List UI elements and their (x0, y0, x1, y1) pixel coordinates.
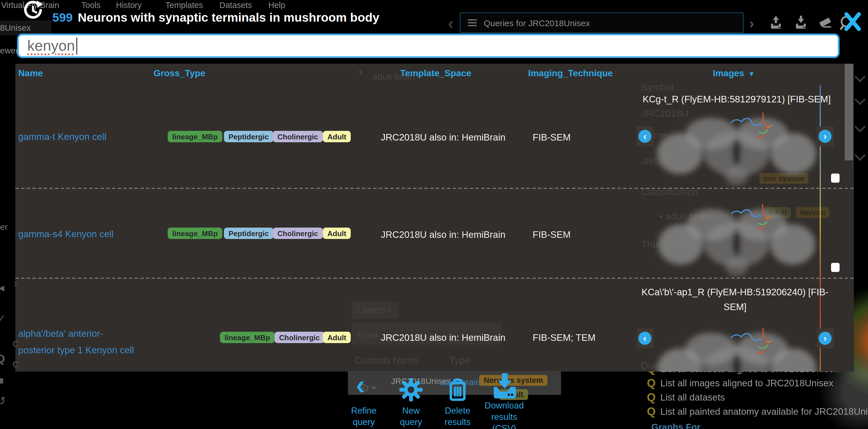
history-icon[interactable] (23, 0, 43, 22)
close-overlay-button[interactable] (839, 11, 863, 33)
result-link[interactable]: alpha'/beta' anterior-posterior type 1 K… (18, 325, 139, 359)
search-value: kenyon (27, 37, 75, 55)
template-name-fragment: 8Unisex (0, 23, 31, 32)
table-scrollbar[interactable] (845, 64, 853, 161)
download-results-button[interactable]: Download results (CSV) (478, 400, 530, 429)
template-space-value: JRC2018U also in: HemiBrain (381, 132, 505, 143)
result-link[interactable]: gamma-t Kenyon cell (18, 132, 106, 142)
tag-adult: Adult (323, 131, 351, 142)
page-title: 599Neurons with synaptic terminals in mu… (52, 11, 379, 25)
row-checkbox[interactable] (831, 263, 840, 272)
tag-adult: Adult (323, 228, 351, 239)
bg-layers-label: Layers (357, 305, 386, 316)
imaging-technique-value: FIB-SEM (533, 132, 571, 143)
query-q-icon: Q (647, 405, 656, 418)
bg-name-col-label: Name (393, 355, 418, 366)
camera-icon[interactable]: ◼ (0, 375, 4, 384)
mute-icon[interactable]: ◄ (0, 283, 6, 294)
sort-desc-icon: ▼ (748, 70, 755, 78)
tag-peptidergic: Peptidergic (224, 131, 273, 142)
bg-type-col-label: Type (449, 355, 470, 366)
column-header-template-space[interactable]: Template_Space (400, 68, 471, 79)
result-link[interactable]: gamma-s4 Kenyon cell (18, 229, 114, 239)
template-space-value: JRC2018U also in: HemiBrain (381, 332, 505, 343)
column-header-images[interactable]: Images▼ (713, 68, 755, 79)
query-list-item[interactable]: Q List all images aligned to JRC2018Unis… (647, 377, 833, 390)
refine-query-icon[interactable]: ‹ (356, 373, 365, 398)
text-caret (76, 37, 77, 54)
tag-cholinergic: Cholinergic (273, 228, 322, 239)
tag-cholinergic: Cholinergic (273, 131, 322, 142)
query-q-icon: Q (647, 391, 656, 404)
download-icon[interactable] (794, 15, 808, 30)
tag-peptidergic: Peptidergic (224, 228, 273, 239)
new-query-icon[interactable] (399, 378, 423, 402)
queries-dropdown[interactable]: Queries for JRC2018Unisex (460, 12, 744, 33)
result-count: 599 (52, 11, 73, 25)
menu-history[interactable]: History (116, 1, 142, 10)
imaging-technique-value: FIB-SEM; TEM (533, 332, 595, 343)
refine-query-button[interactable]: Refine query (346, 405, 382, 428)
bg-layers-close-icon: ✕ (386, 305, 393, 314)
row-checkbox[interactable] (831, 174, 840, 183)
collapse-chevron-icon[interactable] (855, 150, 866, 161)
viewer-label-fragment: ewer (0, 46, 19, 55)
upload-icon[interactable] (769, 15, 783, 30)
delete-results-icon[interactable] (447, 378, 468, 402)
app-window: Virtual Fly Brain Tools History Template… (0, 0, 868, 429)
carousel-prev-button[interactable]: ‹ (638, 332, 651, 345)
menu-help[interactable]: Help (268, 1, 285, 10)
image-title: KCa\'b\'-ap1_R (FlyEM-HB:519206240) [FIB… (637, 285, 833, 314)
bg-controls-label: Controls (355, 355, 391, 366)
imaging-technique-value: FIB-SEM (533, 229, 571, 240)
search-input[interactable]: kenyon (17, 34, 840, 58)
queries-next-icon[interactable]: › (749, 15, 754, 32)
bg-chevron-fragment: › (358, 64, 363, 80)
query-list-item[interactable]: Q List all painted anatomy available for… (647, 405, 868, 418)
download-csv-icon[interactable] (491, 373, 519, 401)
queries-dropdown-label: Queries for JRC2018Unisex (484, 18, 590, 28)
bg-chevron-small: › (13, 277, 17, 290)
hamburger-icon (468, 18, 477, 28)
menu-datasets[interactable]: Datasets (219, 1, 252, 10)
label-fragment-er: er (0, 222, 8, 232)
menu-tools[interactable]: Tools (81, 1, 101, 10)
template-space-value: JRC2018U also in: HemiBrain (381, 229, 505, 240)
bg-filter-label: Filter (357, 330, 379, 341)
row-separator (16, 188, 854, 189)
tag-cholinergic: Cholinergic (275, 332, 324, 343)
query-tool-icon[interactable]: Q (0, 353, 5, 365)
tag-adult: Adult (323, 332, 351, 343)
query-list-item[interactable]: Q List all datasets (647, 391, 725, 404)
carousel-next-button[interactable]: › (818, 130, 832, 143)
bg-c-arrow: C (12, 360, 19, 370)
tag-lineage: lineage_MBp (168, 228, 222, 239)
collapse-chevron-icon[interactable] (855, 71, 866, 83)
collapse-chevron-icon[interactable] (855, 121, 866, 133)
delete-results-button[interactable]: Delete results (438, 405, 477, 428)
collapse-chevron-icon[interactable] (855, 94, 866, 105)
column-header-imaging-technique[interactable]: Imaging_Technique (528, 68, 613, 79)
column-header-name[interactable]: Name (18, 68, 43, 79)
graphs-for-heading: Graphs For (651, 422, 700, 429)
new-query-button[interactable]: New query (396, 405, 426, 428)
row-separator (16, 278, 854, 279)
result-title-text: Neurons with synaptic terminals in mushr… (78, 11, 379, 25)
column-header-gross-type[interactable]: Gross_Type (153, 68, 206, 79)
menu-templates[interactable]: Templates (165, 1, 203, 10)
carousel-prev-button[interactable]: ‹ (638, 130, 651, 143)
brain-thumbnail[interactable] (651, 103, 822, 188)
brain-thumbnail[interactable] (651, 317, 822, 372)
queries-prev-icon[interactable]: ‹ (448, 13, 454, 33)
carousel-next-button[interactable]: › (818, 332, 832, 345)
brain-thumbnail[interactable] (651, 194, 822, 278)
check-icon[interactable]: ✓ (0, 312, 6, 325)
eraser-icon[interactable] (817, 16, 833, 30)
tag-lineage: lineage_MBp (168, 131, 222, 142)
query-q-icon: Q (647, 377, 656, 390)
tag-lineage: lineage_MBp (220, 332, 275, 343)
refresh-icon[interactable]: ↺ (0, 394, 6, 407)
